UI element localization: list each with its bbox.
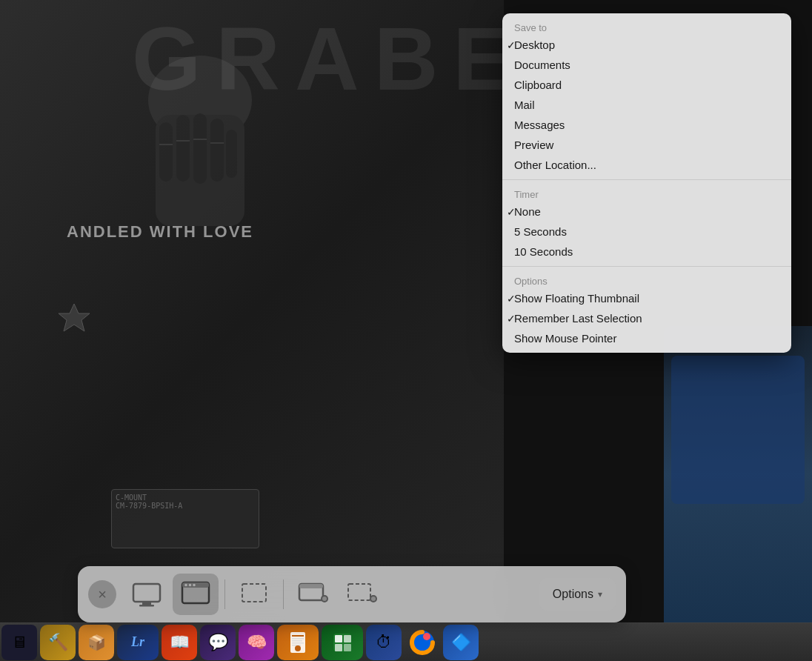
svg-rect-6 — [226, 130, 237, 178]
record-screen-button[interactable] — [290, 574, 336, 615]
svg-rect-20 — [242, 584, 266, 602]
dock-item-disk[interactable]: ⏱ — [366, 625, 402, 660]
svg-rect-25 — [348, 584, 370, 600]
save-to-section: Save to ✓ Desktop ✓ Documents ✓ Clipboar… — [502, 13, 791, 180]
dock: 🖥 🔨 📦 Lr 📖 💬 🧠 — [0, 622, 812, 661]
capture-window-icon — [179, 578, 212, 611]
svg-rect-30 — [292, 638, 304, 640]
svg-rect-33 — [292, 645, 301, 646]
svg-rect-31 — [292, 640, 302, 642]
menu-item-messages-label: Messages — [514, 119, 565, 131]
dock-item-mindnode[interactable]: 🧠 — [239, 625, 274, 660]
dock-item-lightroom[interactable]: Lr — [117, 625, 159, 660]
menu-item-show-thumbnail-label: Show Floating Thumbnail — [514, 292, 639, 305]
record-selection-icon — [345, 578, 378, 611]
svg-rect-5 — [210, 119, 224, 182]
timer-header: Timer — [502, 185, 791, 202]
menu-item-desktop[interactable]: ✓ Desktop — [502, 35, 791, 55]
svg-rect-32 — [292, 642, 304, 644]
menu-item-mail-label: Mail — [514, 99, 535, 111]
svg-rect-2 — [159, 122, 173, 182]
menu-item-desktop-label: Desktop — [514, 39, 555, 51]
dock-item-pages[interactable] — [277, 625, 319, 660]
timer-section: Timer ✓ None ✓ 5 Seconds ✓ 10 Seconds — [502, 180, 791, 267]
check-mark-timer-none: ✓ — [502, 206, 520, 218]
close-button[interactable] — [88, 580, 116, 608]
menu-item-clipboard-label: Clipboard — [514, 79, 562, 91]
svg-point-18 — [189, 584, 192, 587]
svg-rect-22 — [299, 584, 323, 588]
svg-rect-12 — [133, 584, 160, 602]
menu-item-messages[interactable]: ✓ Messages — [502, 115, 791, 135]
svg-point-34 — [295, 645, 301, 651]
svg-rect-13 — [142, 602, 151, 605]
menu-item-documents[interactable]: ✓ Documents — [502, 55, 791, 75]
svg-rect-37 — [344, 635, 351, 642]
menu-item-documents-label: Documents — [514, 59, 570, 71]
menu-item-timer-10s[interactable]: ✓ 10 Seconds — [502, 242, 791, 262]
svg-rect-39 — [344, 644, 351, 651]
record-selection-button[interactable] — [339, 574, 385, 615]
svg-point-19 — [193, 584, 196, 587]
dock-item-slack[interactable]: 💬 — [200, 625, 236, 660]
menu-item-timer-5s[interactable]: ✓ 5 Seconds — [502, 222, 791, 242]
menu-item-other-location[interactable]: ✓ Other Location... — [502, 155, 791, 175]
options-section: Options ✓ Show Floating Thumbnail ✓ Reme… — [502, 267, 791, 353]
options-chevron-icon: ▾ — [598, 589, 602, 599]
menu-item-preview[interactable]: ✓ Preview — [502, 135, 791, 155]
check-mark-thumbnail: ✓ — [502, 293, 520, 305]
capture-selection-icon — [238, 578, 270, 611]
screenshot-toolbar: Options ▾ — [78, 566, 626, 622]
dock-item-box[interactable]: 📦 — [79, 625, 114, 660]
menu-item-remember-selection[interactable]: ✓ Remember Last Selection — [502, 308, 791, 328]
svg-rect-38 — [335, 644, 342, 651]
dock-item-extra[interactable]: 🔷 — [443, 625, 479, 660]
svg-rect-4 — [193, 113, 207, 184]
svg-rect-14 — [139, 605, 154, 607]
svg-point-17 — [184, 584, 187, 587]
dock-item-numbers[interactable] — [322, 625, 363, 660]
svg-marker-11 — [59, 304, 90, 331]
menu-item-mail[interactable]: ✓ Mail — [502, 95, 791, 115]
dock-item-books[interactable]: 📖 — [162, 625, 197, 660]
svg-point-41 — [423, 633, 430, 640]
svg-rect-29 — [292, 635, 304, 637]
svg-rect-3 — [176, 115, 190, 182]
check-mark-remember: ✓ — [502, 313, 520, 325]
svg-point-27 — [371, 597, 376, 601]
check-mark-desktop: ✓ — [502, 39, 520, 51]
watermark-text: ANDLED WITH LOVE — [67, 222, 253, 242]
menu-item-timer-none[interactable]: ✓ None — [502, 202, 791, 222]
options-label: Options — [553, 588, 593, 601]
menu-item-remember-label: Remember Last Selection — [514, 312, 642, 325]
dock-item-terminal[interactable]: 🖥 — [1, 625, 37, 660]
menu-item-show-pointer[interactable]: ✓ Show Mouse Pointer — [502, 328, 791, 348]
menu-item-timer-10s-label: 10 Seconds — [514, 245, 573, 258]
capture-window-button[interactable] — [173, 574, 219, 615]
menu-item-other-label: Other Location... — [514, 159, 596, 171]
svg-rect-36 — [335, 635, 342, 642]
menu-item-show-thumbnail[interactable]: ✓ Show Floating Thumbnail — [502, 288, 791, 308]
menu-item-clipboard[interactable]: ✓ Clipboard — [502, 75, 791, 95]
options-header: Options — [502, 271, 791, 288]
menu-item-timer-5s-label: 5 Seconds — [514, 225, 567, 238]
capture-screen-button[interactable] — [124, 574, 170, 615]
capture-selection-button[interactable] — [231, 574, 277, 615]
context-menu: Save to ✓ Desktop ✓ Documents ✓ Clipboar… — [502, 13, 791, 353]
options-button[interactable]: Options ▾ — [539, 578, 616, 611]
dock-item-xcode[interactable]: 🔨 — [40, 625, 76, 660]
dock-item-firefox[interactable] — [405, 625, 440, 660]
toolbar-divider-1 — [224, 579, 225, 609]
record-screen-icon — [296, 578, 329, 611]
menu-item-show-pointer-label: Show Mouse Pointer — [514, 332, 616, 345]
capture-screen-icon — [130, 578, 163, 611]
svg-point-24 — [322, 597, 327, 601]
menu-item-preview-label: Preview — [514, 139, 553, 151]
toolbar-divider-2 — [283, 579, 284, 609]
save-to-header: Save to — [502, 18, 791, 35]
